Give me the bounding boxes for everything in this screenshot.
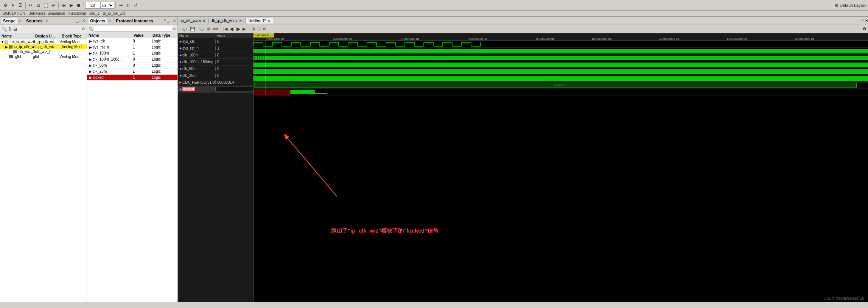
signal-row-clk-period[interactable]: ▶ CLK_PERIOD[31:0] 00000014 <box>178 79 253 86</box>
signal-row-sys-rst-n[interactable]: ◆ sys_rst_n 1 <box>178 45 253 52</box>
wave-save-btn[interactable]: 💾 <box>189 27 196 31</box>
wave-toolbar-divider-1 <box>221 26 221 32</box>
wave-tab-ip-clk-wiz-v[interactable]: ip_clk_wiz.v ✕ <box>178 18 209 23</box>
wave-next-edge-btn[interactable]: |▶ <box>235 27 241 31</box>
obj-maximize-btn[interactable]: ✕ <box>173 19 176 23</box>
obj-row-locked[interactable]: ▶ locked 1 Logic <box>87 75 177 81</box>
objects-search-input[interactable] <box>94 26 172 32</box>
wave-settings-icon[interactable]: ⚙ <box>863 27 866 31</box>
obj-type-sys-clk: Logic <box>150 39 177 44</box>
wave-zoom-in-btn[interactable]: 🔍+ <box>179 27 188 31</box>
scope-item-name-3: glbl <box>15 55 33 59</box>
minimize-btn[interactable]: _ <box>76 19 78 23</box>
obj-row-sys-clk[interactable]: ▶ sys_clk 0 Logic <box>87 38 177 44</box>
obj-question-btn[interactable]: ? <box>164 19 166 23</box>
obj-restore-btn[interactable]: □ <box>170 19 172 23</box>
wave-prev-edge-btn[interactable]: ◀| <box>229 27 235 31</box>
maximize-btn[interactable]: ✕ <box>82 19 85 23</box>
svg-rect-10 <box>254 76 868 81</box>
obj-row-clk-50m[interactable]: ▶ clk_50m 0 Logic <box>87 63 177 69</box>
sources-tab[interactable]: Sources <box>25 18 44 23</box>
wave-sig-icon-sys-rst-n: ◆ <box>179 47 182 50</box>
wave-help-icon[interactable]: ? <box>861 19 863 23</box>
wave-zoom-out-btn[interactable]: 🔍- <box>197 27 205 31</box>
wave-tab-close-0[interactable]: ✕ <box>202 19 205 23</box>
wave-sig-icon-sys-clk: ◆ <box>179 40 182 43</box>
step-back-icon[interactable]: ⏮ <box>60 2 67 9</box>
scope-tab[interactable]: Scope <box>2 18 17 23</box>
scope-item-tb-ip-clk-wiz[interactable]: ▼ tb_ip_clk_wiz tb_ip_clk_wi Verilog Mod <box>0 39 87 44</box>
sources-tab-close[interactable]: ✕ <box>45 19 48 23</box>
scope-tab-close[interactable]: ✕ <box>19 19 22 23</box>
signal-row-clk-100m[interactable]: ◆ clk_100m 0 <box>178 52 253 59</box>
wave-del-marker-btn[interactable]: ⊟ <box>257 27 261 31</box>
paste-icon[interactable]: 📋 <box>42 2 49 9</box>
scope-expand-btn[interactable]: ⊞ <box>13 27 17 32</box>
signal-label-locked: locked <box>182 87 195 91</box>
signal-row-clk-25m[interactable]: ◆ clk_25m 0 <box>178 72 253 79</box>
wave-svg-sys-clk <box>254 41 868 48</box>
obj-name-clk-50m: ▶ clk_50m <box>88 63 131 68</box>
timeline-tick-5: 10.0000000 us <box>591 37 611 41</box>
sig-icon-sys-clk: ▶ <box>89 39 92 43</box>
play-icon[interactable]: ▶ <box>68 2 75 9</box>
wave-marker-nav-btn[interactable]: ⊕ <box>262 27 267 31</box>
scope-item-glbl[interactable]: glbl glbl Verilog Mod <box>0 54 87 59</box>
time-value-input[interactable] <box>85 2 100 9</box>
sigma-icon[interactable]: Σ <box>17 2 24 9</box>
svg-rect-15 <box>290 90 315 94</box>
undo-icon[interactable]: ↩ <box>50 2 57 9</box>
signal-row-locked[interactable]: ◆ locked X <box>178 86 253 93</box>
run-to-icon[interactable]: ⇥ <box>117 2 124 9</box>
copy-icon[interactable]: ⧉ <box>35 2 42 9</box>
wave-tab-tb-ip-clk-wiz-v[interactable]: tb_ip_clk_wiz.v ✕ <box>209 18 245 23</box>
signal-names-panel: Name Value ◆ sys_clk 0 ◆ sys_rst_n <box>178 33 254 302</box>
add-icon[interactable]: ✦ <box>9 2 16 9</box>
wave-goto-end-btn[interactable]: ▶| <box>242 27 247 31</box>
divider-3 <box>84 2 84 9</box>
objects-settings-icon[interactable]: ⚙ <box>172 27 176 31</box>
wave-zoom-sel-btn[interactable]: ⊠ <box>206 27 211 31</box>
pause-icon[interactable]: ⏸ <box>125 2 132 9</box>
wave-tab-untitled1[interactable]: Untitled 1* ✕ <box>246 18 274 23</box>
cut-icon[interactable]: ✂ <box>27 2 34 9</box>
settings-icon[interactable]: ⚙ <box>2 2 9 9</box>
obj-minimize-btn[interactable]: _ <box>167 19 169 23</box>
restart-icon[interactable]: ↺ <box>132 2 139 9</box>
scope-search-btn[interactable]: 🔍 <box>2 27 7 32</box>
obj-row-clk-25m[interactable]: ▶ clk_25m 1 Logic <box>87 69 177 75</box>
wave-expand-icon[interactable]: ✕ <box>865 19 868 23</box>
obj-row-clk-100m-180d[interactable]: ▶ clk_100m_180d... 0 Logic <box>87 56 177 63</box>
obj-row-sys-rst-n[interactable]: ▶ sys_rst_n 1 Logic <box>87 44 177 50</box>
signal-row-sys-clk[interactable]: ◆ sys_clk 0 <box>178 38 253 45</box>
obj-name-sys-rst-n: ▶ sys_rst_n <box>88 45 131 50</box>
wave-add-marker-btn[interactable]: ⊞ <box>251 27 256 31</box>
objects-tab[interactable]: Objects <box>89 18 107 23</box>
record-icon[interactable]: ⏺ <box>75 2 82 9</box>
objects-tab-close[interactable]: ✕ <box>108 19 111 23</box>
objects-panel-controls: ? _ □ ✕ <box>164 19 176 23</box>
svg-rect-8 <box>254 63 868 67</box>
sig-hdr-value: Value <box>215 33 253 38</box>
restore-btn[interactable]: □ <box>79 19 81 23</box>
timeline-tick-1: 2.0000000 us <box>333 37 352 41</box>
scope-item-u-ip-clk-wiz[interactable]: ▶ u_ip_clk_w... ip_clk_wiz Verilog Mod <box>0 44 87 49</box>
wave-sig-icon-clk-100m-180deg: ◆ <box>179 60 182 64</box>
obj-type-clk-50m: Logic <box>150 63 177 68</box>
protocol-instances-tab[interactable]: Protocol Instances <box>114 18 154 23</box>
waveform-display[interactable]: 0.0000000 us 0.0000000 us 2.0000000 us 4… <box>254 33 868 302</box>
wave-tab-label-1: tb_ip_clk_wiz.v <box>212 19 237 23</box>
wave-tab-close-1[interactable]: ✕ <box>239 19 242 23</box>
scope-item-clk-wiz-0[interactable]: clk_wiz_0 clk_wiz_0 <box>0 49 87 54</box>
wave-fit-btn[interactable]: ⟺ <box>212 27 219 31</box>
signal-row-clk-100m-180deg[interactable]: ◆ clk_100m_180deg 0 <box>178 59 253 66</box>
scope-settings-icon[interactable]: ⚙ <box>81 27 85 31</box>
time-unit-select[interactable]: us ns ms <box>100 2 114 9</box>
scope-icon-2 <box>13 50 18 54</box>
obj-row-clk-100m[interactable]: ▶ clk_100m 1 Logic <box>87 50 177 56</box>
wave-goto-start-btn[interactable]: |◀ <box>222 27 228 31</box>
obj-value-sys-clk: 0 <box>131 39 150 44</box>
scope-sort-btn[interactable]: ⇅ <box>8 27 12 32</box>
signal-row-clk-50m[interactable]: ◆ clk_50m 0 <box>178 66 253 72</box>
wave-tab-close-2[interactable]: ✕ <box>268 19 271 23</box>
